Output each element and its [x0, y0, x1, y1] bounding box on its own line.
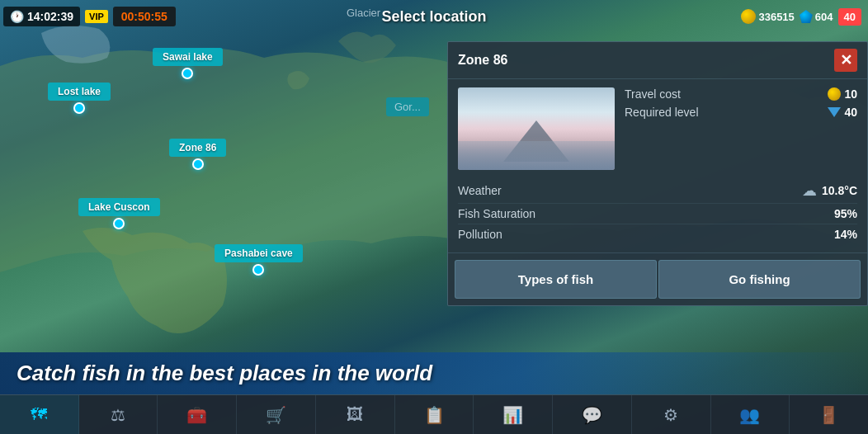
travel-cost-row: Travel cost 10: [625, 87, 857, 101]
pin-marker-pashabei-cave: [252, 264, 264, 276]
pin-label-sawai-lake: Sawai lake: [153, 48, 223, 66]
pin-marker-lost-lake: [73, 102, 85, 114]
nav-item-balance[interactable]: ⚖: [79, 395, 158, 434]
go-fishing-button[interactable]: Go fishing: [658, 260, 861, 299]
gems-value: 604: [815, 11, 833, 23]
location-pin-lost-lake[interactable]: Lost lake: [48, 83, 111, 114]
zone-panel-details: Weather ☁ 10.8°C Fish Saturation 95% Pol…: [448, 178, 867, 253]
pin-marker-sawai-lake: [182, 68, 193, 79]
nav-item-tasks[interactable]: 📋: [395, 395, 474, 434]
level-badge: 40: [838, 8, 861, 26]
location-pin-zone-86[interactable]: Zone 86: [169, 139, 226, 170]
weather-label: Weather: [458, 184, 502, 197]
tasks-nav-icon: 📋: [424, 405, 445, 425]
settings-nav-icon: ⚙: [663, 405, 678, 425]
nav-item-gallery[interactable]: 🖼: [316, 395, 395, 434]
nav-item-chat[interactable]: 💬: [553, 395, 632, 434]
gore-label: Gor...: [386, 97, 429, 116]
weather-row: Weather ☁ 10.8°C: [458, 178, 857, 203]
shop-nav-icon: 🛒: [266, 405, 286, 425]
inventory-nav-icon: 🧰: [186, 405, 207, 425]
topbar: 🕐 14:02:39 VIP 00:50:55 Select location …: [0, 0, 868, 33]
gallery-nav-icon: 🖼: [347, 405, 363, 424]
stats-nav-icon: 📊: [502, 405, 523, 425]
time-value: 14:02:39: [27, 10, 73, 23]
select-location-label: Select location: [381, 8, 486, 26]
zone-stats: Travel cost 10 Required level 40: [625, 87, 857, 170]
pollution-label: Pollution: [458, 228, 502, 241]
fish-saturation-label: Fish Saturation: [458, 207, 535, 220]
nav-item-stats[interactable]: 📊: [474, 395, 553, 434]
social-nav-icon: 👥: [739, 405, 760, 425]
zone-panel: Zone 86 ✕ Travel cost 10 Required level: [447, 41, 868, 306]
stat-coin-icon: [828, 87, 841, 101]
coin-icon: [741, 9, 756, 24]
time-display: 🕐 14:02:39: [3, 7, 80, 26]
pin-label-pashabei-cave: Pashabei cave: [215, 244, 303, 262]
close-button[interactable]: ✕: [834, 49, 857, 72]
required-level-row: Required level 40: [625, 106, 857, 119]
location-pin-sawai-lake[interactable]: Sawai lake: [153, 48, 223, 79]
pin-label-zone-86: Zone 86: [169, 139, 226, 157]
zone-image: [458, 87, 615, 170]
pin-marker-zone-86: [192, 158, 204, 170]
types-of-fish-button[interactable]: Types of fish: [455, 260, 657, 299]
pin-label-lost-lake: Lost lake: [48, 83, 111, 101]
required-level-label: Required level: [625, 106, 699, 119]
location-pin-pashabei-cave[interactable]: Pashabei cave: [215, 244, 303, 276]
nav-item-map[interactable]: 🗺: [0, 395, 79, 434]
zone-panel-header: Zone 86 ✕: [448, 42, 867, 79]
tagline-text: Catch fish in the best places in the wor…: [17, 361, 432, 385]
travel-cost-label: Travel cost: [625, 87, 681, 101]
pollution-row: Pollution 14%: [458, 224, 857, 244]
pollution-value: 14%: [834, 228, 857, 241]
level-arrow-icon: [828, 107, 841, 117]
bottom-nav: 🗺 ⚖ 🧰 🛒 🖼 📋 📊 💬 ⚙ 👥 🚪: [0, 394, 868, 434]
nav-item-shop[interactable]: 🛒: [237, 395, 316, 434]
fish-saturation-value: 95%: [834, 207, 857, 220]
map-nav-icon: 🗺: [31, 405, 47, 424]
exit-nav-icon: 🚪: [818, 405, 839, 425]
coins-item: 336515: [741, 9, 794, 24]
tagline-bar: Catch fish in the best places in the wor…: [0, 352, 868, 394]
zone-title: Zone 86: [458, 53, 507, 68]
travel-cost-value: 10: [828, 87, 857, 101]
nav-item-social[interactable]: 👥: [711, 395, 790, 434]
nav-item-inventory[interactable]: 🧰: [158, 395, 237, 434]
pin-label-lake-cuscon: Lake Cuscon: [78, 198, 160, 216]
fish-saturation-row: Fish Saturation 95%: [458, 203, 857, 224]
weather-cloud-icon: ☁: [802, 182, 817, 200]
pin-marker-lake-cuscon: [113, 218, 125, 229]
weather-value: 10.8°C: [822, 184, 857, 197]
required-level-value: 40: [828, 106, 857, 119]
zone-panel-body: Travel cost 10 Required level 40: [448, 79, 867, 178]
gem-icon: [800, 10, 813, 23]
vip-badge: VIP: [85, 10, 108, 23]
chat-nav-icon: 💬: [582, 405, 602, 425]
nav-item-exit[interactable]: 🚪: [790, 395, 868, 434]
timer-display: 00:50:55: [113, 7, 176, 26]
coins-value: 336515: [758, 11, 794, 23]
coins-display: 336515 604 40: [741, 8, 861, 26]
location-pin-lake-cuscon[interactable]: Lake Cuscon: [78, 198, 160, 229]
zone-panel-buttons: Types of fish Go fishing: [448, 253, 867, 305]
balance-nav-icon: ⚖: [111, 405, 125, 425]
clock-icon: 🕐: [10, 10, 24, 23]
nav-item-settings[interactable]: ⚙: [632, 395, 711, 434]
gems-item: 604: [800, 10, 833, 23]
